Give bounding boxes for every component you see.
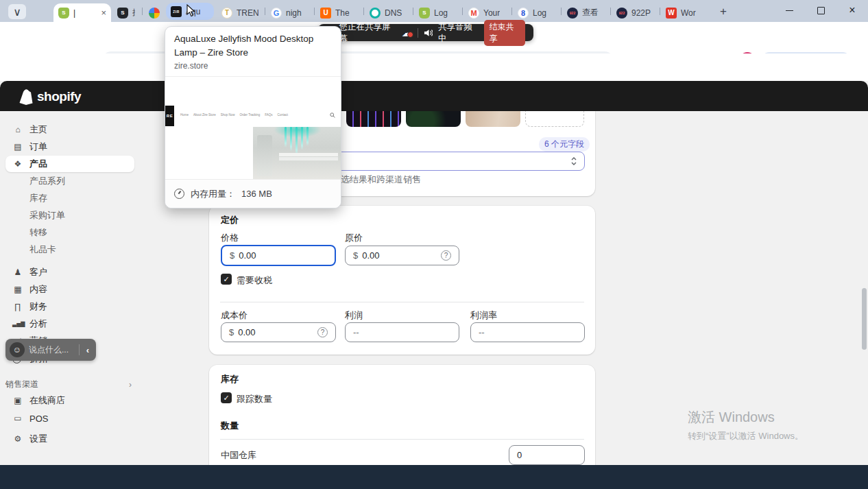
add-media-dropzone[interactable] [525,111,584,127]
bar-chart-icon: ▃▅▇ [12,321,23,327]
assistant-widget[interactable]: ☺ 说点什么... ‹ [5,339,96,361]
tab[interactable]: M Your [463,3,510,22]
compare-price-value: 0.00 [362,250,379,261]
sidebar-item-customers[interactable]: ♟客户 [5,264,134,281]
sidebar-item-online-store[interactable]: ▣在线商店 [5,392,134,409]
sharing-text: 您正在共享屏幕 [339,21,396,45]
inventory-title: 库存 [221,373,239,385]
tab[interactable]: DNS [365,3,411,22]
tab-divider [660,8,660,15]
margin-input[interactable]: -- [470,322,585,342]
sidebar-item-products[interactable]: ❖产品 [5,156,134,172]
tab[interactable]: U The [315,3,362,22]
tab[interactable]: S Log [414,3,461,22]
assistant-divider [79,344,80,355]
memory-gauge-icon [174,189,184,199]
sidebar-item-pos[interactable]: ▭POS [5,410,134,427]
sidebar-item-analytics[interactable]: ▃▅▇分析 [5,315,134,332]
shelf [279,153,338,156]
help-icon[interactable]: ? [317,327,328,337]
window-restore-button[interactable] [805,0,836,21]
tab[interactable]: S 搜索 [112,3,140,22]
site-nav: Home About Zire Store Shop Now Order Tra… [180,113,317,117]
sidebar-item-orders[interactable]: ▤订单 [5,139,134,155]
help-icon[interactable]: ? [441,250,451,261]
profit-input[interactable]: -- [345,322,459,342]
restore-icon [817,7,825,14]
sidebar-item-transfers[interactable]: 转移 [5,224,134,241]
sidebar-item-settings[interactable]: ⚙设置 [5,431,134,447]
tab-active[interactable]: S | × [53,3,111,22]
tab-close-icon[interactable]: × [101,8,106,17]
zire-favicon: ZIR [171,6,182,17]
product-thumbnail-beige[interactable] [466,111,520,127]
tab-hover-preview: AquaLuxe Jellyfish Mood Desktop Lamp – Z… [165,26,341,208]
orange-u-favicon: U [320,8,331,19]
memory-label: 内存用量： [191,188,235,200]
gear-icon: ⚙ [12,434,23,444]
pos-icon: ▭ [12,414,23,423]
sales-channels-header[interactable]: 销售渠道 › [5,379,132,390]
stop-share-button[interactable]: 结束共享 [484,20,525,46]
cost-input[interactable]: $ 0.00 ? [221,322,336,342]
tab-divider [462,8,463,15]
shopify-favicon: S [419,8,430,19]
922-favicon: 922 [616,8,627,19]
record-dot [407,32,413,38]
site-search-icon [330,112,335,118]
tab[interactable]: G nigh [266,3,313,22]
taskbar: W X 8 M 15 ∧ ✎ 英 16:24 2024/10/31 小助理-艺舒… [0,465,868,489]
sidebar-item-purchase-orders[interactable]: 采购订单 [5,207,134,224]
sidebar-item-finances[interactable]: ∏财务 [5,298,134,315]
tax-checkbox[interactable]: ✓ [221,274,232,285]
sidebar-item-gift-cards[interactable]: 礼品卡 [5,241,134,258]
window-minimize-button[interactable] [773,0,805,21]
track-quantity-checkbox[interactable]: ✓ [221,392,232,403]
sidebar-item-inventory[interactable]: 库存 [5,190,134,206]
mouse-cursor [185,4,196,18]
sidebar-item-content[interactable]: ▦内容 [5,281,134,298]
tab-divider [610,8,611,15]
lamp-glow [274,127,322,138]
price-input[interactable]: $ 0.00 [221,245,336,266]
shopify-wordmark: shopify [37,89,81,104]
sidebar-item-collections[interactable]: 产品系列 [5,173,134,189]
gmail-favicon: M [468,8,479,19]
cloud-record-icon[interactable]: ☁ [402,27,412,38]
price-value: 0.00 [239,250,256,261]
preview-thumbnail: RE Home About Zire Store Shop Now Order … [165,76,341,180]
new-tab-button[interactable]: + [714,3,732,20]
quantity-value: 0 [517,450,522,460]
profit-label: 利润 [345,309,363,322]
card-divider [220,302,584,302]
track-quantity-label: 跟踪数量 [237,393,272,405]
tab[interactable]: Goo [144,3,165,22]
window-close-button[interactable]: × [836,0,868,21]
person-icon: ♟ [12,267,23,277]
tab[interactable]: W Wor [661,3,708,22]
scrollbar-thumb[interactable] [862,288,867,350]
assistant-input[interactable]: 说点什么... [29,344,75,356]
cost-value: 0.00 [238,327,255,337]
tab-search-chevron-icon[interactable]: ∨ [8,4,26,19]
compare-price-input[interactable]: $ 0.00 ? [345,246,459,265]
tab[interactable]: 922 922P [612,3,658,22]
media-icon: ▦ [12,285,23,294]
audio-text: 共享音频中 [438,21,479,45]
compare-price-label: 原价 [345,232,363,244]
glass-cylinder [257,135,272,176]
tab[interactable]: 922 查看 [562,3,609,22]
quantity-input[interactable]: 0 [509,445,585,465]
metafields-link[interactable]: 6 个元字段 [539,137,590,152]
tab[interactable]: T TREN [217,3,263,22]
sidebar-item-home[interactable]: ⌂主页 [5,121,134,138]
trendsi-favicon: T [221,8,232,19]
product-thumbnail-jellyfish[interactable] [346,111,401,127]
tab-divider [265,8,265,15]
product-thumbnail-dark[interactable] [406,111,461,127]
tab[interactable]: 8 Log [513,3,559,22]
assistant-collapse-icon[interactable]: ‹ [84,345,92,355]
blue-8-favicon: 8 [518,8,529,19]
pricing-title: 定价 [221,214,239,226]
watermark-line2: 转到“设置”以激活 Windows。 [688,430,804,442]
